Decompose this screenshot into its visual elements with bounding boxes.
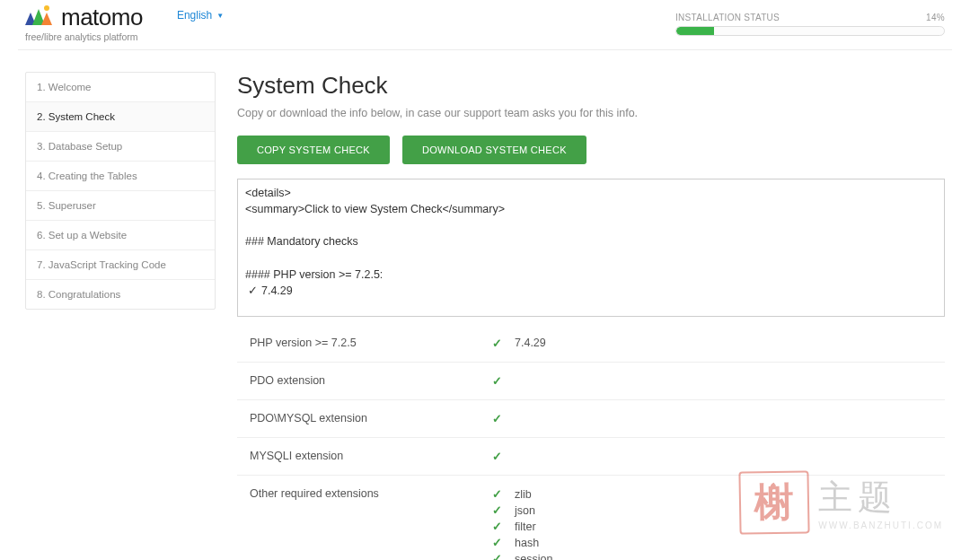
check-label: PDO\MYSQL extension [250,412,492,425]
ext-name: hash [515,536,539,550]
check-ok-icon: ✓ [492,552,502,560]
copy-system-check-button[interactable]: COPY SYSTEM CHECK [237,136,390,164]
check-ok-icon: ✓ [492,412,502,425]
check-ok-icon: ✓ [492,503,502,519]
check-row-mysqli: MYSQLI extension ✓ [237,438,945,476]
download-system-check-button[interactable]: DOWNLOAD SYSTEM CHECK [402,136,586,164]
status-label: INSTALLATION STATUS [675,13,780,22]
check-ok-icon: ✓ [492,337,502,350]
ext-name: zlib [515,487,532,502]
check-label: Other required extensions [250,487,492,560]
check-value: 7.4.29 [515,337,546,350]
sidebar-item-database-setup[interactable]: 3. Database Setup [26,132,215,162]
sidebar-item-system-check[interactable]: 2. System Check [26,102,215,132]
check-row-pdo-mysql: PDO\MYSQL extension ✓ [237,400,945,438]
check-label: PHP version >= 7.2.5 [250,337,492,350]
check-ok-icon: ✓ [492,520,502,535]
system-check-textarea[interactable] [237,179,945,317]
check-ok-icon: ✓ [492,536,502,551]
main-content: System Check Copy or download the info b… [237,72,945,560]
check-ok-icon: ✓ [492,450,502,463]
ext-name: filter [515,520,536,534]
brand-logo: matomo free/libre analytics platform [25,4,143,42]
install-steps-sidebar: 1. Welcome 2. System Check 3. Database S… [25,72,216,310]
check-ok-icon: ✓ [492,487,502,503]
language-selector[interactable]: English ▼ [177,9,224,22]
ext-name: session [515,552,552,560]
caret-down-icon: ▼ [216,12,224,20]
logo-mark-icon [25,7,56,25]
install-status: INSTALLATION STATUS 14% [675,13,945,36]
page-subtitle: Copy or download the info below, in case… [237,107,945,119]
check-ok-icon: ✓ [492,374,502,388]
checks-table: PHP version >= 7.2.5 ✓ 7.4.29 PDO extens… [237,325,945,560]
sidebar-item-welcome[interactable]: 1. Welcome [26,73,215,102]
progress-bar [675,26,945,36]
check-row-pdo: PDO extension ✓ [237,363,945,400]
progress-fill [676,27,714,35]
sidebar-item-congratulations[interactable]: 8. Congratulations [26,280,215,309]
brand-tagline: free/libre analytics platform [25,31,143,42]
check-row-php-version: PHP version >= 7.2.5 ✓ 7.4.29 [237,325,945,363]
language-label: English [177,9,212,22]
check-label: MYSQLI extension [250,450,492,463]
page-title: System Check [237,72,945,100]
sidebar-item-setup-website[interactable]: 6. Set up a Website [26,221,215,250]
brand-name: matomo [61,4,143,31]
check-row-other-extensions: Other required extensions ✓zlib ✓json ✓f… [237,476,945,560]
sidebar-item-superuser[interactable]: 5. Superuser [26,191,215,221]
top-bar: matomo free/libre analytics platform Eng… [18,4,952,50]
ext-name: json [515,503,535,518]
sidebar-item-creating-tables[interactable]: 4. Creating the Tables [26,162,215,191]
sidebar-item-tracking-code[interactable]: 7. JavaScript Tracking Code [26,250,215,280]
check-label: PDO extension [250,374,492,388]
status-percent: 14% [926,13,945,22]
